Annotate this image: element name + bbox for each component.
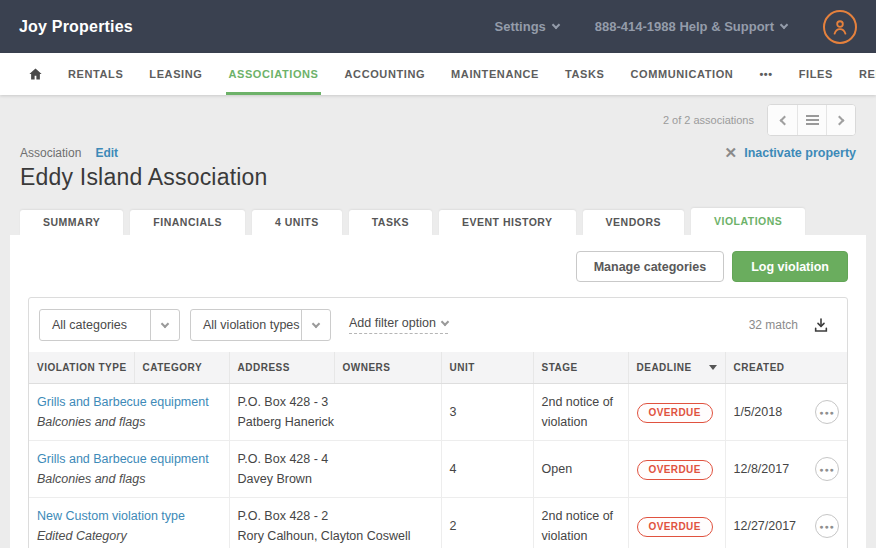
tab-summary[interactable]: SUMMARY (20, 210, 123, 235)
chevron-down-icon (441, 317, 449, 325)
row-menu-button[interactable]: ●●● (815, 400, 839, 424)
settings-menu[interactable]: Settings (495, 19, 559, 34)
chevron-left-icon (779, 115, 789, 125)
table-header-row: VIOLATION TYPE CATEGORY ADDRESS OWNERS U… (29, 352, 847, 384)
violation-created-date: 1/5/2018 (734, 402, 783, 422)
violations-table-container: All categories All violation types Add f… (28, 297, 848, 548)
inactivate-property-link[interactable]: ✕ Inactivate property (725, 145, 856, 160)
nav-item-communication[interactable]: COMMUNICATION (617, 53, 746, 95)
violation-created-date: 12/8/2017 (734, 459, 790, 479)
tab-violations[interactable]: VIOLATIONS (691, 208, 805, 235)
inactivate-property-label: Inactivate property (744, 146, 856, 160)
previous-association-button[interactable] (768, 105, 797, 135)
tab-financials[interactable]: FINANCIALS (130, 210, 245, 235)
nav-item-associations[interactable]: ASSOCIATIONS (215, 53, 331, 95)
nav-item-leasing[interactable]: LEASING (136, 53, 215, 95)
status-badge: OVERDUE (637, 517, 713, 537)
breadcrumb: Association (20, 146, 81, 160)
main-nav: RENTALS LEASING ASSOCIATIONS ACCOUNTING … (0, 53, 876, 95)
tab-units[interactable]: 4 UNITS (252, 210, 342, 235)
download-icon (813, 317, 829, 333)
header-created[interactable]: CREATED (725, 352, 847, 384)
violation-type-filter-select[interactable]: All violation types (190, 309, 331, 341)
tab-vendors[interactable]: VENDORS (583, 210, 684, 235)
violation-address: P.O. Box 428 - 2 (238, 506, 433, 526)
violation-category: Balconies and flags (37, 469, 221, 489)
add-filter-option-link[interactable]: Add filter option (349, 316, 448, 334)
nav-item-maintenance[interactable]: MAINTENANCE (438, 53, 552, 95)
violation-unit: 2 (441, 498, 533, 548)
association-list-button[interactable] (797, 105, 826, 135)
home-icon (28, 67, 43, 81)
log-violation-button[interactable]: Log violation (732, 251, 848, 282)
violation-owners: Patberg Hanerick (238, 412, 433, 432)
status-badge: OVERDUE (637, 460, 713, 480)
association-pager: 2 of 2 associations (20, 104, 856, 136)
tab-event-history[interactable]: EVENT HISTORY (439, 210, 576, 235)
ellipsis-icon: ●●● (819, 409, 835, 416)
violation-stage: 2nd notice of violation (533, 498, 628, 548)
violation-owners: Rory Calhoun, Clayton Coswell (238, 526, 433, 546)
violations-table: VIOLATION TYPE CATEGORY ADDRESS OWNERS U… (29, 352, 847, 548)
edit-link[interactable]: Edit (95, 146, 118, 160)
download-button[interactable] (813, 317, 829, 333)
table-row: New Custom violation type Edited Categor… (29, 498, 847, 548)
manage-categories-button[interactable]: Manage categories (576, 251, 725, 282)
chevron-down-icon (552, 21, 560, 29)
top-bar-right: Settings 888-414-1988 Help & Support (495, 10, 857, 44)
sort-desc-icon (709, 365, 717, 370)
header-deadline-label: DEADLINE (637, 362, 692, 373)
violation-category: Balconies and flags (37, 412, 221, 432)
header-violation-type[interactable]: VIOLATION TYPE (29, 352, 134, 384)
violation-type-link[interactable]: Grills and Barbecue equipment (37, 449, 221, 469)
category-filter-value: All categories (40, 318, 127, 332)
category-filter-select[interactable]: All categories (39, 309, 180, 341)
violations-toolbar: Manage categories Log violation (28, 251, 848, 282)
breadcrumb-row: Association Edit ✕ Inactivate property (20, 145, 856, 160)
violations-panel: Manage categories Log violation All cate… (10, 235, 866, 548)
add-filter-label: Add filter option (349, 316, 436, 330)
header-stage[interactable]: STAGE (533, 352, 628, 384)
violation-category: Edited Category (37, 526, 221, 546)
chevron-down-icon (301, 310, 330, 340)
table-row: Grills and Barbecue equipment Balconies … (29, 384, 847, 441)
header-unit[interactable]: UNIT (441, 352, 533, 384)
tab-tasks[interactable]: TASKS (349, 210, 432, 235)
nav-item-home[interactable] (16, 53, 55, 95)
row-menu-button[interactable]: ●●● (815, 457, 839, 481)
user-avatar[interactable] (823, 10, 857, 44)
filter-bar: All categories All violation types Add f… (29, 298, 847, 352)
settings-label: Settings (495, 19, 546, 34)
violation-type-link[interactable]: Grills and Barbecue equipment (37, 392, 221, 412)
next-association-button[interactable] (826, 105, 855, 135)
pager-count-label: 2 of 2 associations (663, 114, 754, 126)
nav-overflow-menu[interactable]: ••• (746, 53, 785, 95)
violation-unit: 3 (441, 384, 533, 441)
header-owners[interactable]: OWNERS (334, 352, 441, 384)
nav-item-accounting[interactable]: ACCOUNTING (332, 53, 439, 95)
phone-help-label: 888-414-1988 Help & Support (595, 19, 774, 34)
violation-type-link[interactable]: New Custom violation type (37, 506, 221, 526)
match-count-label: 32 match (749, 318, 798, 332)
nav-item-files[interactable]: FILES (786, 53, 846, 95)
page-title: Eddy Island Association (20, 164, 856, 191)
nav-item-tasks[interactable]: TASKS (552, 53, 617, 95)
status-badge: OVERDUE (637, 403, 713, 423)
top-bar: Joy Properties Settings 888-414-1988 Hel… (0, 0, 876, 53)
violation-stage: Open (533, 441, 628, 498)
close-icon: ✕ (725, 145, 738, 160)
nav-item-reports[interactable]: REPORTS (846, 53, 876, 95)
nav-item-rentals[interactable]: RENTALS (55, 53, 136, 95)
brand-title: Joy Properties (19, 18, 133, 36)
violation-unit: 4 (441, 441, 533, 498)
chevron-down-icon (150, 310, 179, 340)
header-category[interactable]: CATEGORY (134, 352, 229, 384)
header-deadline[interactable]: DEADLINE (628, 352, 725, 384)
list-icon (806, 115, 819, 125)
header-address[interactable]: ADDRESS (229, 352, 334, 384)
help-support-menu[interactable]: 888-414-1988 Help & Support (595, 19, 787, 34)
violation-address: P.O. Box 428 - 4 (238, 449, 433, 469)
chevron-down-icon (780, 21, 788, 29)
chevron-right-icon (835, 115, 845, 125)
row-menu-button[interactable]: ●●● (815, 514, 839, 538)
